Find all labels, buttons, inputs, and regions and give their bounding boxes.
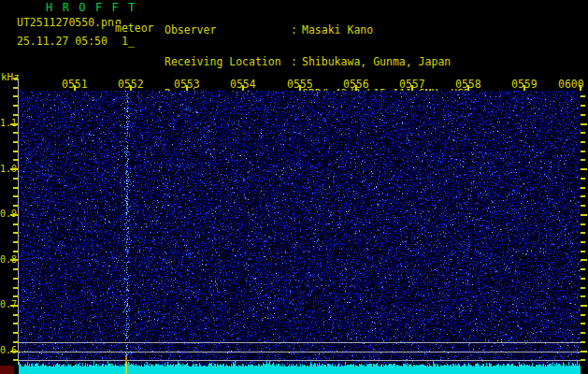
info-colon: : — [291, 57, 302, 67]
axis-tick — [581, 278, 585, 280]
axis-tick — [581, 323, 585, 324]
axis-tick — [13, 205, 18, 207]
axis-tick — [10, 123, 18, 125]
axis-tick — [581, 95, 585, 97]
info-value: Masaki Kano — [302, 25, 373, 36]
axis-tick — [581, 114, 585, 116]
info-label: Observer — [165, 25, 291, 36]
axis-tick — [581, 214, 587, 216]
axis-tick — [10, 305, 18, 307]
axis-tick — [581, 168, 587, 170]
axis-tick — [581, 123, 587, 125]
axis-tick — [13, 323, 18, 324]
axis-tick — [581, 223, 585, 225]
axis-tick — [13, 151, 18, 152]
axis-tick — [581, 105, 585, 107]
axis-tick — [13, 95, 18, 97]
axis-tick — [581, 305, 587, 307]
axis-tick — [13, 341, 18, 343]
axis-tick — [13, 359, 18, 361]
axis-tick — [581, 187, 585, 189]
info-value: Shibukawa, Gunma, Japan — [302, 57, 451, 67]
image-filename: UT2511270550.pn — [17, 18, 114, 28]
info-label: Receiving Location — [165, 57, 291, 67]
spectrogram-area — [19, 91, 581, 374]
axis-tick — [581, 178, 585, 180]
axis-tick — [13, 132, 18, 134]
axis-tick — [581, 259, 587, 261]
axis-tick — [13, 295, 18, 297]
axis-tick — [13, 251, 18, 252]
axis-tick — [10, 168, 18, 170]
status-red-block — [0, 366, 14, 374]
axis-tick — [10, 351, 18, 352]
axis-tick — [581, 159, 585, 161]
axis-tick — [13, 332, 18, 334]
axis-tick — [581, 359, 585, 361]
axis-tick — [581, 241, 585, 243]
axis-tick — [581, 205, 585, 207]
app-title: H R O F F T — [46, 2, 136, 13]
axis-tick — [13, 105, 18, 107]
axis-tick — [581, 195, 585, 197]
axis-tick — [10, 259, 18, 261]
axis-tick — [13, 159, 18, 161]
axis-tick — [581, 295, 585, 297]
axis-tick — [581, 251, 585, 252]
axis-tick — [581, 287, 585, 289]
axis-tick — [13, 268, 18, 270]
axis-tick — [581, 141, 585, 143]
axis-tick — [581, 351, 587, 352]
axis-tick — [13, 195, 18, 197]
spectrogram-canvas — [19, 91, 581, 374]
axis-tick — [13, 278, 18, 280]
observation-datetime: 25.11.27 05:50 — [17, 36, 108, 47]
axis-tick — [13, 287, 18, 289]
axis-tick — [13, 241, 18, 243]
axis-tick — [13, 232, 18, 234]
axis-tick — [13, 141, 18, 143]
axis-tick — [13, 187, 18, 189]
axis-tick — [581, 314, 585, 316]
axis-tick — [581, 341, 585, 343]
info-colon: : — [291, 25, 302, 36]
axis-tick — [581, 268, 585, 270]
info-row-observer: Observer:Masaki Kano — [165, 25, 503, 36]
hrofft-screen: H R O F F T UT2511270550.pn g meteor 25.… — [0, 0, 588, 374]
info-row-location: Receiving Location:Shibukawa, Gunma, Jap… — [165, 57, 503, 67]
axis-tick — [13, 87, 18, 89]
axis-tick — [13, 78, 18, 79]
axis-tick — [581, 151, 585, 152]
axis-tick — [13, 178, 18, 180]
axis-tick — [13, 314, 18, 316]
axis-tick — [10, 214, 18, 216]
axis-tick — [581, 232, 585, 234]
axis-tick — [13, 114, 18, 116]
station-name: meteor — [115, 23, 154, 34]
axis-tick — [581, 132, 585, 134]
axis-tick — [581, 332, 585, 334]
axis-tick — [13, 223, 18, 225]
image-counter: 1_ — [122, 36, 135, 47]
